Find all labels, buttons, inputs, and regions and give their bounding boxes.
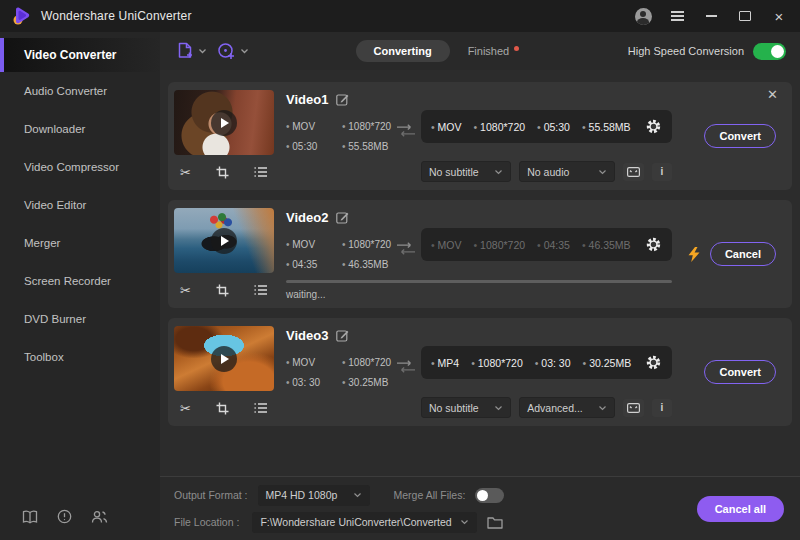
rename-edit-icon[interactable]	[336, 93, 349, 106]
sidebar-item-screen-recorder[interactable]: Screen Recorder	[0, 262, 160, 300]
tab-finished[interactable]: Finished	[464, 40, 524, 62]
add-dvd-button[interactable]	[215, 40, 251, 63]
rename-edit-icon[interactable]	[336, 329, 349, 342]
sidebar-item-video-editor[interactable]: Video Editor	[0, 186, 160, 224]
effect-sliders-icon[interactable]	[254, 284, 268, 296]
settings-gear-icon[interactable]	[645, 236, 662, 253]
subtitle-dropdown[interactable]: No subtitle	[421, 397, 511, 418]
merge-toggle[interactable]	[475, 488, 504, 503]
source-format: MOV	[286, 357, 342, 368]
main-content: Converting Finished High Speed Conversio…	[160, 32, 800, 540]
convert-transfer-icon	[391, 208, 421, 272]
high-speed-toggle[interactable]	[753, 43, 786, 60]
crop-icon[interactable]	[216, 166, 229, 179]
info-icon[interactable]: i	[652, 399, 672, 417]
community-users-icon[interactable]	[91, 510, 108, 524]
video-title: Video1	[286, 92, 328, 107]
source-resolution: 1080*720	[342, 121, 391, 132]
sidebar-item-video-compressor[interactable]: Video Compressor	[0, 148, 160, 186]
sidebar-item-audio-converter[interactable]: Audio Converter	[0, 72, 160, 110]
source-duration: 04:35	[286, 259, 342, 270]
trim-scissors-icon[interactable]: ✂	[180, 166, 191, 179]
subtitle-editor-icon[interactable]	[623, 163, 643, 181]
source-size: 55.58MB	[342, 141, 391, 152]
output-resolution: 1080*720	[474, 239, 526, 251]
open-folder-icon[interactable]	[487, 516, 503, 529]
crop-icon[interactable]	[216, 402, 229, 415]
chevron-down-icon	[494, 405, 503, 411]
close-icon[interactable]: ✕	[763, 86, 782, 103]
source-metadata: MOV 1080*720 05:30 55.58MB	[286, 121, 391, 152]
sidebar: Video ConverterAudio ConverterDownloader…	[0, 32, 160, 540]
play-icon[interactable]	[211, 228, 237, 254]
output-settings: MOV 1080*720 04:35 46.35MB	[421, 228, 672, 261]
sidebar-item-merger[interactable]: Merger	[0, 224, 160, 262]
lightning-icon	[688, 247, 700, 262]
output-resolution: 1080*720	[471, 357, 523, 369]
output-format: MOV	[431, 239, 462, 251]
trim-scissors-icon[interactable]: ✂	[180, 284, 191, 297]
cancel-all-button[interactable]: Cancel all	[697, 496, 784, 522]
output-size: 30.25MB	[583, 357, 632, 369]
rename-edit-icon[interactable]	[336, 211, 349, 224]
source-metadata: MOV 1080*720 03: 30 30.25MB	[286, 357, 391, 388]
subtitle-dropdown[interactable]: No subtitle	[421, 161, 511, 182]
settings-gear-icon[interactable]	[645, 354, 662, 371]
sidebar-item-dvd-burner[interactable]: DVD Burner	[0, 300, 160, 338]
sidebar-item-toolbox[interactable]: Toolbox	[0, 338, 160, 376]
subtitle-editor-icon[interactable]	[623, 399, 643, 417]
trim-scissors-icon[interactable]: ✂	[180, 402, 191, 415]
add-files-button[interactable]	[174, 40, 209, 63]
output-resolution: 1080*720	[474, 121, 526, 133]
output-duration: 04:35	[537, 239, 570, 251]
account-avatar-icon[interactable]	[634, 7, 652, 25]
crop-icon[interactable]	[216, 284, 229, 297]
audio-dropdown[interactable]: No audio	[519, 161, 615, 182]
close-button[interactable]: ×	[770, 7, 788, 25]
output-format-select[interactable]: MP4 HD 1080p	[258, 485, 370, 506]
row-action-button[interactable]: Cancel	[710, 242, 776, 266]
output-duration: 03: 30	[535, 357, 571, 369]
effect-sliders-icon[interactable]	[254, 402, 268, 414]
video-thumbnail[interactable]	[174, 90, 274, 155]
source-metadata: MOV 1080*720 04:35 46.35MB	[286, 239, 391, 270]
row-dropdowns: No subtitle Advanced...	[421, 397, 672, 418]
row-action-button[interactable]: Convert	[704, 360, 776, 384]
settings-gear-icon[interactable]	[645, 118, 662, 135]
high-speed-label: High Speed Conversion	[628, 45, 744, 57]
add-file-icon	[176, 42, 194, 61]
output-format-label: Output Format :	[174, 489, 248, 501]
chevron-down-icon	[353, 492, 362, 498]
sidebar-item-video-converter[interactable]: Video Converter	[0, 38, 160, 72]
convert-transfer-icon	[391, 326, 421, 393]
play-icon[interactable]	[211, 346, 237, 372]
minimize-button[interactable]	[702, 7, 720, 25]
video-thumbnail[interactable]	[174, 326, 274, 391]
chevron-down-icon	[460, 519, 469, 525]
file-location-select[interactable]: F:\Wondershare UniConverter\Converted	[252, 512, 476, 533]
chevron-down-icon	[198, 48, 207, 54]
finished-badge-dot	[514, 46, 519, 51]
maximize-button[interactable]	[736, 7, 754, 25]
video-thumbnail[interactable]	[174, 208, 274, 273]
menu-icon[interactable]	[668, 7, 686, 25]
play-icon[interactable]	[211, 110, 237, 136]
chevron-down-icon	[240, 48, 249, 54]
audio-dropdown[interactable]: Advanced...	[519, 397, 615, 418]
output-settings: MP4 1080*720 03: 30 30.25MB	[421, 346, 672, 379]
uniconverter-window: Wondershare UniConverter × Video Convert…	[0, 0, 800, 540]
row-action-button[interactable]: Convert	[704, 124, 776, 148]
output-settings: MOV 1080*720 05:30 55.58MB	[421, 110, 672, 143]
sidebar-item-downloader[interactable]: Downloader	[0, 110, 160, 148]
source-size: 46.35MB	[342, 259, 391, 270]
video-rows: ✂ Video1	[160, 70, 800, 476]
output-size: 55.58MB	[582, 121, 631, 133]
source-format: MOV	[286, 239, 342, 250]
output-size: 46.35MB	[582, 239, 631, 251]
manual-book-icon[interactable]	[22, 510, 38, 524]
tab-converting[interactable]: Converting	[356, 40, 450, 62]
info-icon[interactable]: i	[652, 163, 672, 181]
effect-sliders-icon[interactable]	[254, 166, 268, 178]
info-circle-icon[interactable]	[57, 509, 72, 524]
video-title: Video2	[286, 210, 328, 225]
